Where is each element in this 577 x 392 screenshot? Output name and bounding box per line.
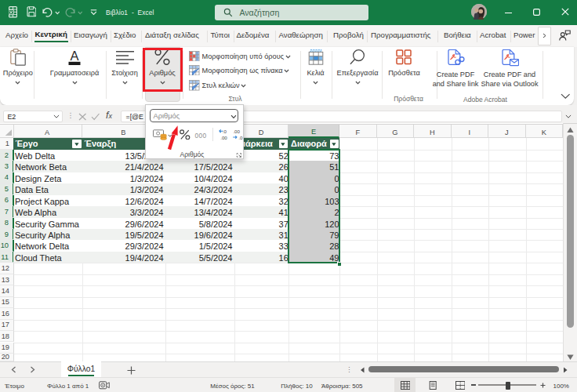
svg-text:.00: .00 [233, 129, 240, 134]
svg-text:.0: .0 [238, 135, 243, 140]
svg-text:.00: .00 [220, 135, 227, 140]
svg-text:A: A [70, 49, 78, 63]
